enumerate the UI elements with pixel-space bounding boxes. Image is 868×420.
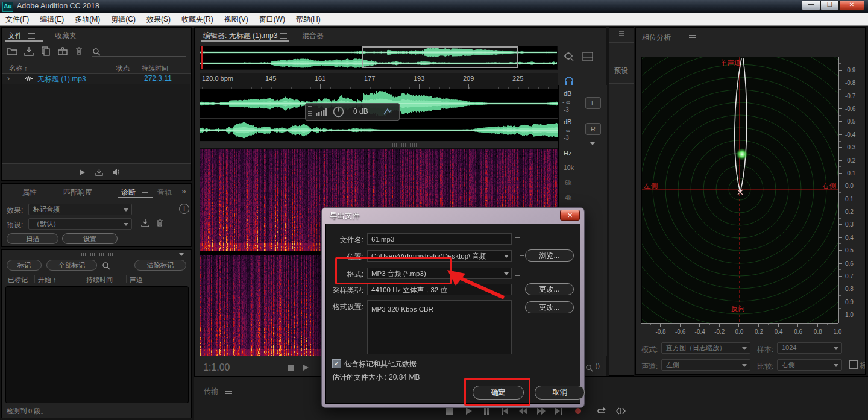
loop-playback-button[interactable] [597, 407, 606, 415]
hud-knob-icon[interactable] [332, 105, 345, 118]
phase-display[interactable]: 单声道 左侧 右侧 反向 [641, 57, 838, 324]
scan-button[interactable]: 扫描 [7, 233, 58, 244]
panel-menu-icon[interactable] [225, 389, 232, 394]
import-file-icon[interactable] [24, 46, 34, 56]
menu-item[interactable]: 视图(V) [219, 13, 254, 26]
time-ruler[interactable]: 120.0 bpm 145161177193209225 [200, 73, 558, 90]
record-button[interactable] [574, 407, 582, 415]
file-name[interactable]: 无标题 (1).mp3 [37, 74, 86, 84]
play-icon[interactable] [78, 168, 86, 177]
minimize-button[interactable]: — [802, 1, 820, 11]
menu-item[interactable]: 剪辑(C) [105, 13, 141, 26]
hud-grip[interactable] [308, 106, 312, 117]
panel-menu-icon[interactable] [28, 33, 35, 39]
zoom-selection-icon[interactable]: ⟨⟩ [595, 362, 600, 370]
metadata-checkbox-label[interactable]: 包含标记和其他元数据 [344, 359, 417, 369]
search-markers-icon[interactable] [102, 262, 111, 270]
browse-button[interactable]: 浏览... [525, 249, 574, 262]
speaker-icon[interactable] [112, 168, 121, 177]
col-status[interactable]: 状态 [116, 64, 130, 73]
dialog-close-button[interactable]: ✕ [560, 210, 580, 221]
info-icon[interactable]: i [179, 204, 189, 214]
tab-editor[interactable]: 编辑器: 无标题 (1).mp3 [203, 31, 277, 41]
tab-diagnostics[interactable]: 诊断 [121, 187, 136, 198]
volume-hud[interactable]: +0 dB [305, 103, 400, 121]
ok-button[interactable]: 确定 [473, 386, 524, 400]
metadata-checkbox[interactable]: ✓ [332, 359, 341, 368]
play-button[interactable] [464, 407, 473, 415]
grid-view-icon[interactable] [582, 52, 593, 61]
overview-selection[interactable] [362, 46, 518, 68]
restore-button[interactable]: ❐ [820, 1, 839, 11]
compare-dropdown[interactable]: 右侧 [777, 359, 842, 371]
zoom-navigate-icon[interactable] [563, 51, 575, 63]
rewind-button[interactable] [518, 407, 528, 415]
channel-dropdown[interactable]: 左侧 [661, 359, 750, 371]
clear-markers-button[interactable]: 清除标记 [134, 260, 186, 271]
strip-grip[interactable] [619, 31, 624, 40]
tab-properties[interactable]: 属性 [22, 187, 37, 198]
cancel-button[interactable]: 取消 [535, 386, 585, 400]
panel-menu-icon[interactable] [142, 190, 148, 195]
collapsed-presets-tab[interactable]: 预设 [614, 66, 628, 75]
scrollbar-handle[interactable] [391, 143, 421, 147]
expand-chevron-icon[interactable]: › [7, 74, 10, 83]
hud-keyframe-icon[interactable] [383, 107, 392, 116]
settings-button[interactable]: 设置 [62, 233, 118, 244]
new-file-icon[interactable] [40, 46, 51, 56]
tab-clipped[interactable]: 音轨 [157, 187, 174, 198]
menu-item[interactable]: 收藏夹(R) [176, 13, 219, 26]
menu-item[interactable]: 窗口(W) [254, 13, 291, 26]
markers-list[interactable] [5, 286, 189, 403]
sample-dropdown[interactable]: 1024 [777, 342, 842, 354]
col-marker-duration[interactable]: 持续时间 [86, 275, 113, 284]
settings-change-button[interactable]: 更改... [525, 301, 574, 313]
menu-item[interactable]: 效果(S) [141, 13, 176, 26]
delete-icon[interactable] [74, 46, 84, 56]
menu-item[interactable]: 文件(F) [0, 13, 34, 26]
monitor-headphone-icon[interactable] [564, 75, 574, 86]
tab-overflow-chevron[interactable]: » [181, 186, 186, 196]
go-to-end-button[interactable] [555, 407, 563, 415]
stop-button[interactable] [446, 408, 453, 415]
save-preset-icon[interactable] [140, 219, 150, 228]
close-button[interactable]: ✕ [839, 1, 864, 11]
pause-button[interactable] [482, 407, 491, 415]
playhead[interactable] [200, 90, 200, 141]
format-dropdown[interactable]: MP3 音频 (*.mp3) [367, 268, 512, 279]
panel-menu-icon[interactable] [280, 33, 287, 39]
horizontal-scrollbar[interactable] [200, 142, 558, 149]
col-duration[interactable]: 持续时间 [142, 64, 168, 73]
col-channel[interactable]: 声道 [130, 275, 143, 284]
scale-dropdown-icon[interactable] [590, 142, 595, 148]
normalize-checkbox[interactable] [849, 360, 858, 369]
menu-item[interactable]: 多轨(M) [69, 13, 105, 26]
file-list-body[interactable] [2, 84, 190, 163]
overview-strip[interactable] [200, 46, 558, 70]
delete-preset-icon[interactable] [155, 218, 165, 228]
hud-gain-value[interactable]: +0 dB [349, 107, 368, 116]
col-marked[interactable]: 已标记 [8, 275, 28, 284]
menu-item[interactable]: 编辑(E) [34, 13, 69, 26]
export-icon[interactable] [95, 168, 104, 177]
mini-play-icon[interactable] [302, 364, 309, 371]
fast-forward-button[interactable] [536, 407, 546, 415]
sample-type-input[interactable]: 44100 Hz 立体声，32 位 [367, 284, 512, 295]
mini-stop-icon[interactable] [288, 365, 294, 371]
filename-input[interactable]: 61.mp3 [367, 233, 512, 245]
collapse-chevron-icon[interactable] [179, 253, 184, 259]
left-channel-button[interactable]: L [585, 97, 601, 109]
panel-menu-icon[interactable] [689, 35, 696, 40]
open-folder-icon[interactable] [7, 46, 17, 56]
search-icon[interactable] [92, 48, 102, 56]
mode-dropdown[interactable]: 直方图（日志缩放） [661, 342, 750, 354]
preset-dropdown[interactable]: （默认） [28, 218, 132, 230]
menu-item[interactable]: 帮助(H) [291, 13, 326, 26]
skip-selection-button[interactable] [616, 407, 626, 415]
zoom-in-icon[interactable] [585, 364, 594, 372]
tab-files[interactable]: 文件 [8, 31, 22, 41]
panel-grip[interactable] [78, 253, 114, 256]
search-input[interactable] [92, 56, 186, 57]
location-dropdown[interactable]: C:\Users\Administrator\Desktop\ 音频 [367, 250, 512, 262]
go-to-start-button[interactable] [500, 407, 509, 415]
